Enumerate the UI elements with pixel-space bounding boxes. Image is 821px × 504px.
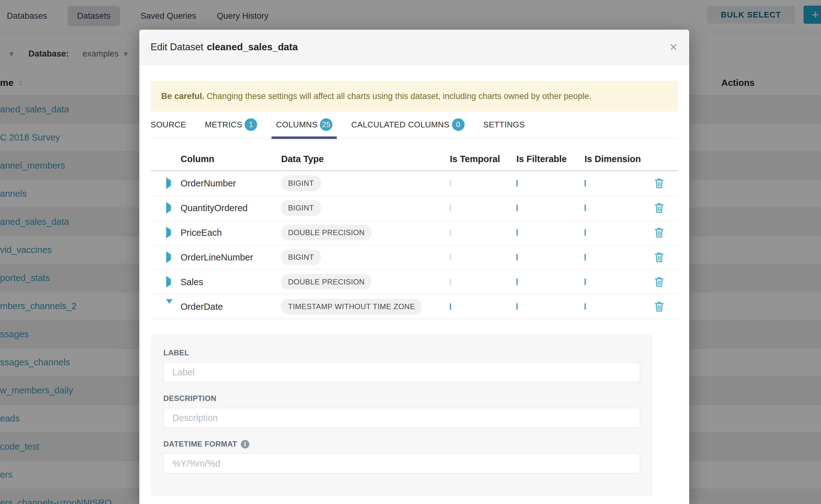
- info-icon[interactable]: i: [241, 440, 249, 448]
- tab-label: METRICS: [205, 120, 242, 130]
- tab-label: COLUMNS: [276, 120, 317, 130]
- tab-count-badge: 1: [245, 118, 257, 131]
- is-filterable-checkbox[interactable]: [517, 303, 518, 310]
- delete-column-button[interactable]: [654, 227, 678, 239]
- is-dimension-checkbox[interactable]: [585, 180, 586, 186]
- is-dimension-checkbox[interactable]: [585, 279, 586, 285]
- is-temporal-checkbox-cell: [450, 254, 517, 260]
- delete-column-button[interactable]: [654, 251, 678, 263]
- caret-cell: [163, 180, 180, 186]
- delete-column-button[interactable]: [654, 202, 678, 214]
- trash-icon: [654, 251, 665, 263]
- label-input[interactable]: [163, 362, 640, 382]
- tab-settings[interactable]: SETTINGS: [483, 118, 525, 138]
- columns-table-body: OrderNumberBIGINTQuantityOrderedBIGINTPr…: [151, 171, 678, 319]
- is-dimension-checkbox-cell: [585, 304, 654, 309]
- column-header-is-dimension: Is Dimension: [585, 154, 654, 164]
- is-filterable-checkbox[interactable]: [517, 229, 518, 236]
- data-type-pill: BIGINT: [281, 250, 321, 265]
- is-dimension-checkbox[interactable]: [585, 229, 586, 236]
- trash-icon: [654, 177, 665, 189]
- modal-title: Edit Datasetcleaned_sales_data: [151, 42, 298, 53]
- is-dimension-checkbox-cell: [585, 180, 654, 186]
- columns-table: ColumnData TypeIs TemporalIs FilterableI…: [151, 148, 678, 319]
- column-name: OrderLineNumber: [180, 252, 281, 263]
- column-name: PriceEach: [180, 228, 281, 238]
- is-temporal-checkbox[interactable]: [450, 205, 451, 211]
- label-field-label: LABEL: [163, 348, 640, 357]
- column-name: Sales: [180, 277, 281, 287]
- column-row: OrderDateTIMESTAMP WITHOUT TIME ZONE: [151, 294, 678, 319]
- is-dimension-checkbox[interactable]: [585, 254, 586, 260]
- is-dimension-checkbox-cell: [585, 230, 654, 235]
- expand-caret-icon[interactable]: [166, 227, 171, 238]
- is-temporal-checkbox-cell: [450, 304, 517, 309]
- expand-caret-icon[interactable]: [166, 276, 171, 288]
- is-dimension-checkbox[interactable]: [585, 205, 586, 211]
- column-header-data-type: Data Type: [281, 154, 450, 164]
- expand-caret-icon[interactable]: [166, 251, 171, 263]
- is-filterable-checkbox-cell: [517, 279, 585, 285]
- column-name: OrderNumber: [180, 178, 281, 189]
- trash-icon: [654, 301, 665, 313]
- expand-caret-icon[interactable]: [166, 177, 171, 189]
- description-field-group: DESCRIPTION: [163, 394, 640, 428]
- tab-label: CALCULATED COLUMNS: [351, 120, 449, 130]
- delete-column-button[interactable]: [654, 177, 678, 189]
- delete-column-button[interactable]: [654, 276, 678, 288]
- column-name: OrderDate: [180, 302, 281, 312]
- is-temporal-checkbox[interactable]: [450, 303, 451, 310]
- data-type-cell: BIGINT: [281, 200, 450, 216]
- column-row: QuantityOrderedBIGINT: [151, 196, 678, 220]
- tab-count-badge: 25: [320, 118, 332, 131]
- is-temporal-checkbox[interactable]: [450, 229, 451, 236]
- delete-column-button[interactable]: [654, 301, 678, 313]
- description-input[interactable]: [163, 408, 640, 428]
- is-filterable-checkbox[interactable]: [517, 180, 518, 186]
- tab-calculated-columns[interactable]: CALCULATED COLUMNS0: [351, 118, 464, 138]
- is-dimension-checkbox-cell: [585, 279, 654, 285]
- column-header-column: Column: [180, 154, 281, 164]
- close-icon[interactable]: ✕: [669, 41, 678, 53]
- is-filterable-checkbox[interactable]: [517, 279, 518, 285]
- is-filterable-checkbox[interactable]: [517, 205, 518, 211]
- modal-tab-bar: SOURCEMETRICS1COLUMNS25CALCULATED COLUMN…: [151, 118, 678, 139]
- column-row: PriceEachDOUBLE PRECISION: [151, 220, 678, 245]
- data-type-pill: TIMESTAMP WITHOUT TIME ZONE: [281, 299, 422, 314]
- data-type-pill: BIGINT: [281, 175, 321, 191]
- datetime-format-field-label: DATETIME FORMAT i: [163, 440, 640, 448]
- datetime-format-input[interactable]: [163, 453, 640, 473]
- columns-table-header: ColumnData TypeIs TemporalIs FilterableI…: [151, 148, 678, 171]
- tab-source[interactable]: SOURCE: [151, 118, 186, 138]
- column-header-is-temporal: Is Temporal: [450, 154, 517, 164]
- column-detail-panel: LABEL DESCRIPTION DATETIME FORMAT i: [151, 334, 652, 496]
- data-type-pill: DOUBLE PRECISION: [281, 274, 371, 290]
- tab-count-badge: 0: [452, 118, 465, 131]
- is-temporal-checkbox[interactable]: [450, 180, 451, 186]
- column-row: SalesDOUBLE PRECISION: [151, 270, 678, 294]
- is-dimension-checkbox[interactable]: [585, 303, 586, 310]
- is-temporal-checkbox[interactable]: [450, 254, 451, 260]
- column-header-is-filterable: Is Filterable: [517, 154, 585, 164]
- trash-icon: [654, 276, 665, 288]
- is-filterable-checkbox-cell: [517, 304, 585, 309]
- caret-cell: [163, 205, 180, 211]
- data-type-pill: BIGINT: [281, 200, 321, 216]
- trash-icon: [654, 202, 665, 214]
- tab-columns[interactable]: COLUMNS25: [276, 118, 332, 138]
- label-field-group: LABEL: [163, 348, 640, 382]
- expand-caret-icon[interactable]: [166, 202, 171, 214]
- collapse-caret-icon[interactable]: [166, 299, 172, 309]
- data-type-cell: DOUBLE PRECISION: [281, 274, 450, 290]
- tab-label: SETTINGS: [483, 120, 525, 130]
- datetime-format-field-group: DATETIME FORMAT i: [163, 440, 640, 473]
- is-temporal-checkbox[interactable]: [450, 279, 451, 285]
- modal-title-dataset-name: cleaned_sales_data: [207, 42, 298, 52]
- tab-metrics[interactable]: METRICS1: [205, 118, 257, 138]
- description-field-label: DESCRIPTION: [163, 394, 640, 403]
- is-filterable-checkbox[interactable]: [517, 254, 518, 260]
- is-temporal-checkbox-cell: [450, 279, 517, 285]
- tab-label: SOURCE: [151, 120, 186, 130]
- label-field-label-text: LABEL: [163, 348, 189, 357]
- caret-cell: [163, 254, 180, 260]
